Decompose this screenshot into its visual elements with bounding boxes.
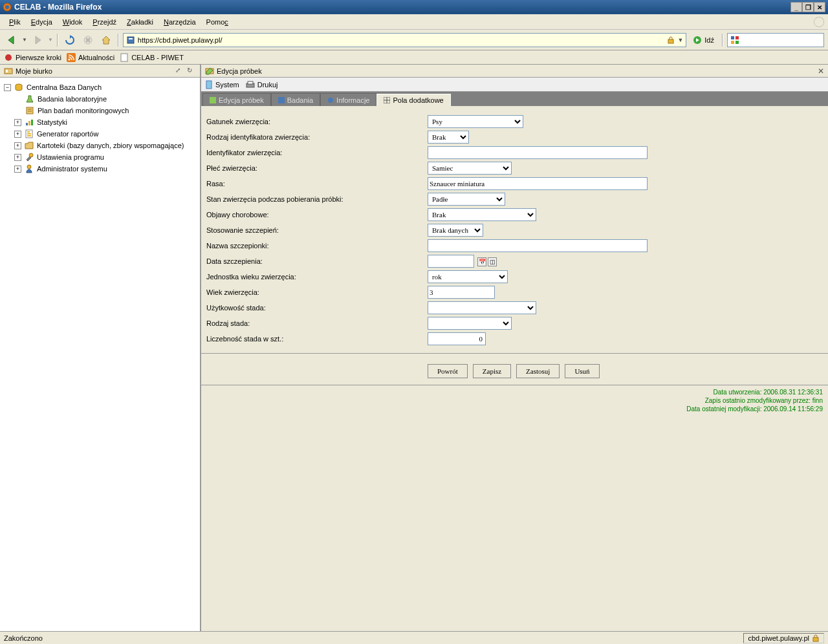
- menu-edit[interactable]: Edycja: [26, 17, 58, 27]
- toolbar-print[interactable]: Drukuj: [246, 81, 278, 89]
- calendar-popup-icon[interactable]: 📅: [477, 257, 486, 266]
- firefox-icon: [3, 3, 12, 12]
- label-wiek: Wiek zwierzęcia:: [204, 288, 428, 296]
- menu-bookmarks[interactable]: Zakładki: [122, 17, 158, 27]
- tab-informacje[interactable]: Informacje: [320, 93, 376, 106]
- expand-icon[interactable]: +: [14, 166, 21, 173]
- tree-admin[interactable]: + Administrator systemu: [14, 163, 196, 175]
- go-button[interactable]: Idź: [689, 36, 718, 45]
- stop-button[interactable]: [80, 32, 96, 48]
- sidebar-toggle-icon[interactable]: ⤢: [175, 67, 184, 76]
- forward-dropdown[interactable]: ▼: [48, 37, 53, 43]
- back-button[interactable]: [4, 32, 19, 48]
- expand-icon[interactable]: +: [14, 119, 21, 126]
- svg-rect-4: [129, 38, 133, 39]
- window-titlebar: CELAB - Mozilla Firefox _ ❐ ✕: [0, 0, 828, 14]
- security-indicator[interactable]: cbd.piwet.pulawy.pl: [743, 633, 824, 643]
- tree-plan[interactable]: Plan badań monitoringowych: [25, 105, 196, 116]
- status-text: Zakończono: [4, 634, 743, 642]
- tab-badania[interactable]: Badania: [271, 93, 320, 106]
- tab-icon: [327, 97, 334, 103]
- collapse-icon[interactable]: −: [4, 84, 11, 91]
- tab-edycja[interactable]: Edycja próbek: [202, 93, 271, 106]
- svg-point-25: [29, 153, 33, 157]
- close-panel-button[interactable]: ✕: [818, 67, 824, 76]
- reload-button[interactable]: [62, 32, 78, 48]
- select-rodzaj-stada[interactable]: [428, 317, 512, 330]
- bookmark-first-steps[interactable]: Pierwsze kroki: [4, 53, 61, 62]
- menu-file[interactable]: Plik: [4, 17, 26, 27]
- bookmark-celab[interactable]: CELAB - PIWET: [120, 53, 184, 62]
- minimize-button[interactable]: _: [790, 2, 802, 12]
- expand-icon[interactable]: +: [14, 154, 21, 161]
- url-input[interactable]: [138, 36, 665, 44]
- select-plec[interactable]: Samiec: [428, 162, 512, 175]
- forward-button[interactable]: [30, 32, 45, 48]
- menu-tools[interactable]: Narzędzia: [158, 17, 201, 27]
- button-zapisz[interactable]: Zapisz: [473, 364, 511, 378]
- menu-help[interactable]: Pomoc: [201, 17, 234, 27]
- input-wiek[interactable]: [428, 286, 495, 299]
- throbber-icon: [814, 17, 824, 27]
- toolbar-system[interactable]: System: [205, 80, 239, 89]
- input-rasa[interactable]: [428, 177, 648, 190]
- menu-go[interactable]: Przejdź: [87, 17, 122, 27]
- select-stan[interactable]: Padłe: [428, 193, 505, 206]
- label-stan: Stan zwierzęcia podczas pobierania próbk…: [204, 195, 428, 203]
- sidebar-refresh-icon[interactable]: ↻: [187, 67, 196, 76]
- select-jednostka[interactable]: rok: [428, 270, 508, 283]
- back-dropdown[interactable]: ▼: [22, 37, 27, 43]
- tree-statystyki[interactable]: + Statystyki: [14, 116, 196, 128]
- button-zastosuj[interactable]: Zastosuj: [516, 364, 560, 378]
- svg-rect-7: [731, 36, 734, 39]
- url-dropdown[interactable]: ▼: [677, 37, 683, 43]
- svg-point-13: [68, 58, 70, 60]
- select-gatunek[interactable]: Psy: [428, 115, 523, 128]
- expand-icon[interactable]: +: [14, 142, 21, 149]
- input-nazwa-szcz[interactable]: [428, 239, 648, 252]
- select-uzytkowosc[interactable]: [428, 301, 536, 314]
- admin-icon: [24, 164, 34, 174]
- lock-icon: [667, 36, 675, 44]
- tab-icon: [210, 97, 216, 103]
- url-bar[interactable]: ▼: [123, 33, 686, 47]
- desk-icon: [4, 67, 13, 76]
- input-identyfikator[interactable]: [428, 146, 648, 159]
- svg-point-1: [5, 5, 9, 9]
- input-liczebnosc[interactable]: [428, 332, 486, 345]
- input-data-szcz[interactable]: [428, 255, 474, 268]
- status-host: cbd.piwet.pulawy.pl: [748, 634, 809, 642]
- system-icon: [205, 80, 213, 89]
- bookmark-toolbar: Pierwsze kroki Aktualności CELAB - PIWET: [0, 50, 828, 65]
- tab-pola[interactable]: Pola dodatkowe: [376, 94, 450, 107]
- button-usun[interactable]: Usuń: [565, 364, 599, 378]
- select-szczepien[interactable]: Brak danych: [428, 224, 483, 237]
- label-jednostka: Jednostka wieku zwierzęcia:: [204, 273, 428, 281]
- svg-rect-37: [813, 638, 818, 641]
- svg-rect-22: [28, 121, 30, 125]
- select-objawy[interactable]: Brak: [428, 208, 536, 221]
- home-button[interactable]: [98, 32, 114, 48]
- red-icon: [4, 53, 13, 62]
- menu-view[interactable]: Widok: [58, 17, 88, 27]
- bookmark-news[interactable]: Aktualności: [67, 53, 114, 62]
- report-icon: [24, 129, 34, 139]
- button-powrot[interactable]: Powrót: [428, 364, 468, 378]
- svg-rect-15: [5, 69, 12, 74]
- tree-root[interactable]: − Centralna Baza Danych: [4, 81, 196, 93]
- label-rodzaj-id: Rodzaj identyfikatora zwierzęcia:: [204, 133, 428, 141]
- close-window-button[interactable]: ✕: [814, 2, 825, 12]
- svg-rect-28: [206, 81, 212, 89]
- search-box[interactable]: [727, 33, 824, 47]
- maximize-button[interactable]: ❐: [802, 2, 814, 12]
- tree-generator[interactable]: + Generator raportów: [14, 128, 196, 140]
- content-title: Edycja próbek: [217, 67, 815, 75]
- expand-icon[interactable]: +: [14, 131, 21, 138]
- tree-badania[interactable]: Badania laboratoryjne: [25, 93, 196, 105]
- svg-rect-16: [6, 70, 8, 72]
- select-rodzaj-id[interactable]: Brak: [428, 131, 469, 144]
- tree-ustawienia[interactable]: + Ustawienia programu: [14, 151, 196, 163]
- tree-kartoteki[interactable]: + Kartoteki (bazy danych, zbiory wspomag…: [14, 140, 196, 151]
- svg-rect-32: [278, 97, 285, 103]
- calendar-icon[interactable]: ◫: [488, 257, 497, 266]
